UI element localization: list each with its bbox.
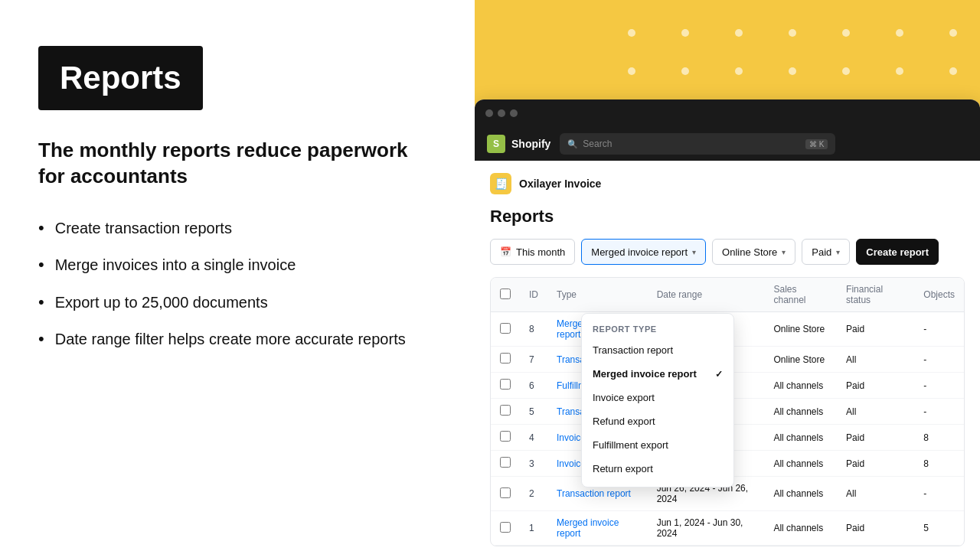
shopify-logo-icon: S — [487, 135, 505, 153]
bullet-list: Create transaction reportsMerge invoices… — [38, 217, 436, 350]
row-status: All — [837, 477, 914, 511]
dropdown-item[interactable]: Refund export — [582, 409, 733, 433]
dot — [681, 29, 689, 37]
browser-dot-red — [485, 109, 493, 117]
dropdown-item[interactable]: Fulfillment export — [582, 433, 733, 457]
row-checkbox-cell[interactable] — [491, 399, 520, 425]
row-id: 8 — [520, 312, 547, 347]
row-objects: - — [914, 312, 964, 347]
dropdown-item[interactable]: Return export — [582, 457, 733, 481]
dot — [842, 29, 850, 37]
row-checkbox[interactable] — [500, 457, 511, 468]
dropdown-item-label: Merged invoice report — [593, 368, 697, 380]
shopify-nav: S Shopify 🔍 Search ⌘ K — [475, 127, 980, 161]
row-checkbox[interactable] — [500, 323, 511, 334]
bullet-item: Merge invoices into a single invoice — [38, 254, 436, 276]
row-status: Paid — [837, 451, 914, 477]
row-objects: - — [914, 477, 964, 511]
dots-decoration — [475, 0, 980, 107]
row-id: 6 — [520, 373, 547, 399]
dropdown-item-label: Return export — [593, 463, 653, 474]
row-status: All — [837, 399, 914, 425]
row-checkbox-cell[interactable] — [491, 451, 520, 477]
dropdown-item-label: Fulfillment export — [593, 439, 668, 451]
sales-channel-button[interactable]: Online Store ▾ — [712, 239, 795, 265]
app-header: 🧾 Oxilayer Invoice — [490, 173, 965, 194]
browser-dot-yellow — [498, 109, 505, 117]
row-channel: All channels — [764, 399, 837, 425]
row-id: 3 — [520, 451, 547, 477]
dot — [789, 67, 796, 75]
select-all-header[interactable] — [491, 278, 520, 312]
browser-dot-green — [510, 109, 518, 117]
row-id: 4 — [520, 425, 547, 451]
row-checkbox-cell[interactable] — [491, 477, 520, 511]
app-content: 🧾 Oxilayer Invoice Reports 📅 This month … — [475, 161, 980, 551]
row-type: Merged invoice report — [547, 511, 648, 546]
row-status: All — [837, 347, 914, 373]
row-status: Paid — [837, 511, 914, 546]
dot — [896, 29, 903, 37]
dropdown-item[interactable]: Merged invoice report✓ — [582, 362, 733, 386]
row-type-link[interactable]: Merged invoice report — [557, 517, 619, 539]
search-bar[interactable]: 🔍 Search ⌘ K — [560, 133, 835, 155]
sales-channel-label: Online Store — [722, 246, 777, 258]
row-type-link[interactable]: Transaction report — [557, 488, 631, 499]
row-checkbox-cell[interactable] — [491, 312, 520, 347]
check-icon: ✓ — [715, 369, 723, 380]
dropdown-item[interactable]: Transaction report — [582, 338, 733, 362]
dropdown-header: Report type — [582, 320, 733, 338]
row-channel: All channels — [764, 425, 837, 451]
id-column-header: ID — [520, 278, 547, 312]
row-checkbox-cell[interactable] — [491, 511, 520, 546]
row-channel: All channels — [764, 451, 837, 477]
chevron-down-icon: ▾ — [692, 248, 696, 256]
row-checkbox[interactable] — [500, 487, 511, 498]
row-id: 7 — [520, 347, 547, 373]
row-channel: All channels — [764, 511, 837, 546]
report-type-dropdown: Report type Transaction reportMerged inv… — [581, 313, 734, 487]
dot — [735, 29, 743, 37]
row-checkbox[interactable] — [500, 405, 511, 416]
row-checkbox[interactable] — [500, 379, 511, 390]
row-checkbox[interactable] — [500, 522, 511, 533]
search-icon: 🔍 — [567, 139, 578, 149]
bullet-item: Create transaction reports — [38, 217, 436, 240]
dropdown-item-label: Invoice export — [593, 392, 655, 403]
row-status: Paid — [837, 373, 914, 399]
dot — [949, 29, 957, 37]
row-checkbox-cell[interactable] — [491, 347, 520, 373]
search-placeholder-text: Search — [583, 139, 612, 149]
report-type-button[interactable]: Merged invoice report ▾ — [581, 239, 706, 265]
right-panel: S Shopify 🔍 Search ⌘ K 🧾 Oxilayer Invoic… — [475, 0, 980, 551]
financial-status-button[interactable]: Paid ▾ — [802, 239, 850, 265]
row-checkbox-cell[interactable] — [491, 425, 520, 451]
dot — [789, 29, 796, 37]
row-id: 5 — [520, 399, 547, 425]
app-icon: 🧾 — [490, 173, 511, 194]
row-objects: - — [914, 399, 964, 425]
row-channel: All channels — [764, 373, 837, 399]
dot — [628, 67, 635, 75]
row-checkbox[interactable] — [500, 353, 511, 364]
dropdown-item[interactable]: Invoice export — [582, 386, 733, 409]
create-report-button[interactable]: Create report — [856, 239, 939, 265]
table-header: ID Type Date range Sales channel Financi… — [491, 278, 964, 312]
row-objects: 5 — [914, 511, 964, 546]
row-channel: Online Store — [764, 312, 837, 347]
dot — [896, 67, 903, 75]
row-status: Paid — [837, 312, 914, 347]
shopify-brand-name: Shopify — [511, 138, 550, 150]
row-checkbox-cell[interactable] — [491, 373, 520, 399]
table-row[interactable]: 1 Merged invoice report Jun 1, 2024 - Ju… — [491, 511, 964, 546]
chevron-down-icon-sales: ▾ — [782, 248, 786, 256]
date-range-button[interactable]: 📅 This month — [490, 239, 575, 265]
objects-column-header: Objects — [914, 278, 964, 312]
page-title: Reports — [490, 207, 965, 227]
shopify-logo: S Shopify — [487, 135, 550, 153]
select-all-checkbox[interactable] — [500, 289, 511, 299]
row-id: 2 — [520, 477, 547, 511]
row-date: Jun 1, 2024 - Jun 30, 2024 — [648, 511, 765, 546]
row-checkbox[interactable] — [500, 431, 511, 442]
channel-column-header: Sales channel — [764, 278, 837, 312]
